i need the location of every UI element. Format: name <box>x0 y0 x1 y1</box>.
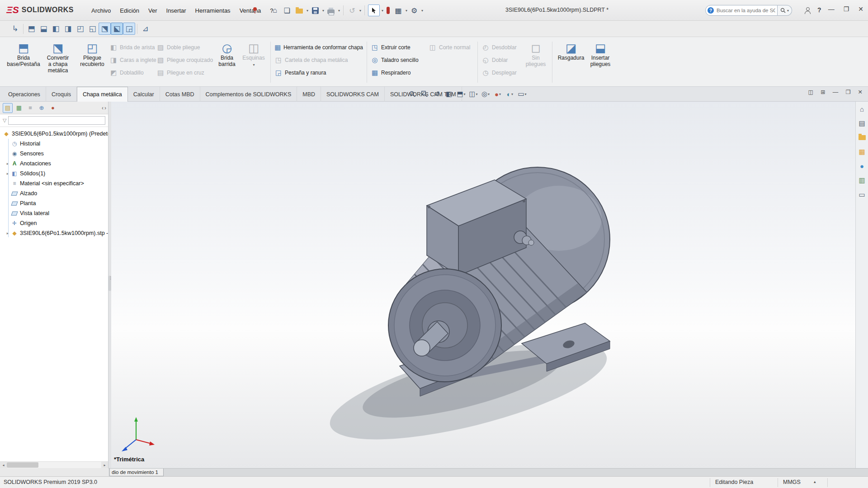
brida-arista-button[interactable]: ◧Brida de arista <box>109 42 156 52</box>
close-button[interactable]: ✕ <box>858 5 863 13</box>
cartela-chapa-button[interactable]: ◳Cartela de chapa metálica <box>274 55 363 65</box>
corte-normal-button[interactable]: ◫Corte normal <box>429 42 474 52</box>
view-cube-right-icon[interactable]: ◨ <box>62 23 74 35</box>
pliegue-croquizado-button[interactable]: ▧Pliegue croquizado <box>156 55 213 65</box>
edit-appearance-icon[interactable]: ●▾ <box>492 88 503 100</box>
motion-study-tab[interactable]: dio de movimiento 1 <box>109 469 164 476</box>
pane-grid-icon[interactable]: ⊞ <box>821 89 825 95</box>
tree-item-material[interactable]: ≡ Material <sin especificar> <box>0 178 108 188</box>
apply-scene-icon[interactable]: ◐▾ <box>505 88 515 100</box>
panel-tab-next-icon[interactable]: › <box>104 105 106 111</box>
expand-arrow-icon[interactable]: ▸ <box>5 231 11 235</box>
new-document-icon[interactable]: ❏ <box>282 5 292 16</box>
tab-croquis[interactable]: Croquis <box>46 87 77 102</box>
graphics-viewport[interactable]: *Trimétrica <box>111 102 855 468</box>
forum-icon[interactable]: ▭ <box>859 191 865 199</box>
hide-show-items-icon[interactable]: ◎▾ <box>480 88 491 100</box>
help-icon[interactable]: ? <box>817 6 821 14</box>
measure-icon[interactable]: ⊿ <box>139 23 151 35</box>
scroll-left-icon[interactable]: ◂ <box>0 462 7 468</box>
desplegar-button[interactable]: ◷Desplegar <box>481 68 523 77</box>
brida-barrida-button[interactable]: ◶ Brida barrida <box>213 39 241 85</box>
view-cube-bottom-icon[interactable]: ◱ <box>86 23 99 35</box>
design-library-icon[interactable]: ▤ <box>859 119 865 127</box>
zoom-area-icon[interactable] <box>419 88 430 100</box>
view-cube-left-icon[interactable]: ◧ <box>50 23 62 35</box>
tree-item-planta[interactable]: Planta <box>0 198 108 208</box>
configurationmanager-tab-icon[interactable]: ≡ <box>25 103 35 113</box>
maximize-button[interactable]: ❐ <box>844 5 849 13</box>
view-orientation-icon[interactable]: ⬒▾ <box>456 88 467 100</box>
print-icon[interactable] <box>326 5 336 16</box>
record-indicator-icon[interactable] <box>387 7 390 14</box>
desdoblar-button[interactable]: ◴Desdoblar <box>481 42 523 52</box>
view-iso-icon[interactable]: ⬔ <box>99 23 111 35</box>
tree-item-vista-lateral[interactable]: Vista lateral <box>0 208 108 218</box>
tab-cotas-mbd[interactable]: Cotas MBD <box>160 87 200 102</box>
respiradero-button[interactable]: ▦Respiradero <box>371 68 429 77</box>
gear-caret-icon[interactable]: ▾ <box>421 9 423 13</box>
view-trimetric-icon[interactable]: ⬕ <box>111 23 123 35</box>
tab-operaciones[interactable]: Operaciones <box>3 87 46 102</box>
menu-insertar[interactable]: Insertar <box>162 5 191 16</box>
insertar-pliegues-button[interactable]: ⬓ Insertar pliegues <box>586 39 615 85</box>
pliegue-en-cruz-button[interactable]: ▤Pliegue en cruz <box>156 68 213 77</box>
user-account-icon[interactable] <box>804 7 811 14</box>
tab-mbd[interactable]: MBD <box>297 87 321 102</box>
expand-arrow-icon[interactable]: ▸ <box>5 171 11 176</box>
tab-solidworks-cam[interactable]: SOLIDWORKS CAM <box>321 87 385 102</box>
view-cube-back-icon[interactable]: ⬓ <box>38 23 50 35</box>
expand-arrow-icon[interactable]: ▸ <box>5 161 11 166</box>
menu-archivo[interactable]: Archivo <box>87 5 115 16</box>
taladro-sencillo-button[interactable]: ◎Taladro sencillo <box>371 55 429 65</box>
displaymanager-tab-icon[interactable]: ● <box>48 103 58 113</box>
doble-pliegue-button[interactable]: ▨Doble pliegue <box>156 42 213 52</box>
view-dimetric-icon[interactable]: ◲ <box>123 23 135 35</box>
display-style-icon[interactable]: ◫▾ <box>468 88 479 100</box>
view-settings-icon[interactable]: ▭▾ <box>517 88 528 100</box>
view-cube-top-icon[interactable]: ◰ <box>74 23 86 35</box>
pestana-ranura-button[interactable]: ◲Pestaña y ranura <box>274 68 363 77</box>
pliegue-recubierto-button[interactable]: ◰ Pliegue recubierto <box>75 39 109 85</box>
search-caret-icon[interactable]: ▾ <box>787 9 789 13</box>
dimxpert-tab-icon[interactable]: ⊕ <box>37 103 47 113</box>
doc-close-button[interactable]: ✕ <box>858 89 863 95</box>
grid-caret-icon[interactable]: ▾ <box>406 9 407 13</box>
convertir-chapa-button[interactable]: ⬔ Convertir a chapa metálica <box>41 39 75 85</box>
open-document-icon[interactable] <box>294 5 305 16</box>
tab-calcular[interactable]: Calcular <box>128 87 160 102</box>
open-caret-icon[interactable]: ▾ <box>307 9 308 13</box>
tree-item-solidos[interactable]: ▸ ◧ Sólidos(1) <box>0 169 108 178</box>
search-input[interactable] <box>705 5 778 16</box>
pane-split-icon[interactable]: ◫ <box>808 89 814 95</box>
undo-caret-icon[interactable]: ▾ <box>359 9 361 13</box>
tab-chapa-metalica[interactable]: Chapa metálica <box>77 87 128 102</box>
save-icon[interactable] <box>310 5 321 16</box>
pin-menu-icon[interactable] <box>252 7 258 15</box>
menu-edicion[interactable]: Edición <box>115 5 144 16</box>
panel-tab-prev-icon[interactable]: ‹ <box>102 105 104 111</box>
tab-complementos[interactable]: Complementos de SOLIDWORKS <box>200 87 297 102</box>
doc-minimize-button[interactable]: — <box>833 89 839 95</box>
doblar-button[interactable]: ◵Doblar <box>481 55 523 65</box>
extruir-corte-button[interactable]: ◳Extruir corte <box>371 42 429 52</box>
file-explorer-icon[interactable] <box>859 134 866 141</box>
section-view-icon[interactable]: ◧ <box>443 88 454 100</box>
resources-home-icon[interactable]: ⌂ <box>860 105 864 113</box>
tree-item-imported-stp[interactable]: ▸ ◆ 3SIE90L6(6Po1.5kw1000rpm).stp - <box>0 228 108 238</box>
print-caret-icon[interactable]: ▾ <box>338 9 340 13</box>
previous-view-icon[interactable]: ↺ <box>431 88 442 100</box>
tree-item-sensores[interactable]: ◉ Sensores <box>0 149 108 159</box>
view-cube-front-icon[interactable]: ⬒ <box>25 23 38 35</box>
appearances-icon[interactable]: ● <box>860 162 864 170</box>
select-tool-button[interactable] <box>368 5 380 16</box>
custom-properties-icon[interactable]: ▥ <box>859 176 865 184</box>
tree-item-anotaciones[interactable]: ▸ A Anotaciones <box>0 159 108 169</box>
tree-item-historial[interactable]: ◷ Historial <box>0 139 108 149</box>
brida-base-button[interactable]: ⬒ Brida base/Pestaña <box>6 39 41 85</box>
conformar-chapa-button[interactable]: ▦Herramienta de conformar chapa <box>274 42 363 52</box>
panel-horizontal-scrollbar[interactable]: ◂ ▸ <box>0 461 108 468</box>
esquinas-caret-icon[interactable]: ▾ <box>253 63 255 67</box>
scrollbar-thumb[interactable] <box>7 462 38 468</box>
settings-gear-icon[interactable]: ⚙ <box>409 5 420 16</box>
